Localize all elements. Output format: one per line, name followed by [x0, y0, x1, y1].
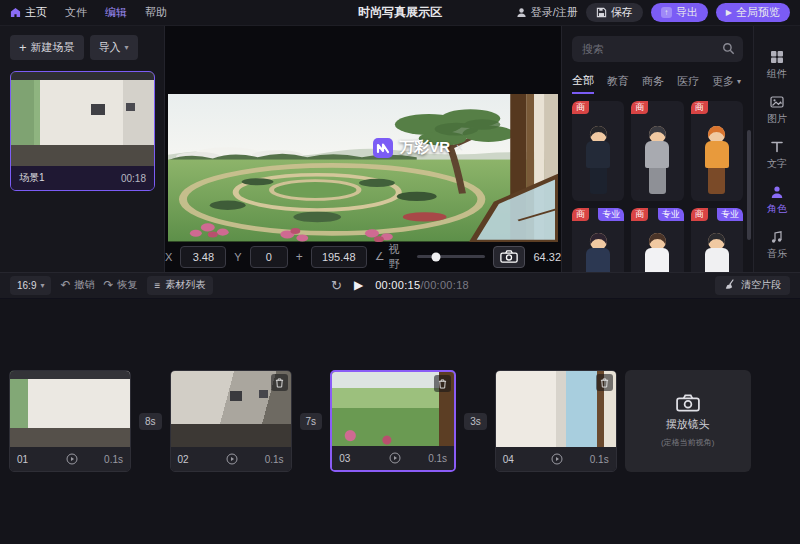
search-input[interactable]: [572, 36, 743, 62]
clip-number: 01: [17, 454, 39, 465]
timeline-clip-04[interactable]: 04 0.1s: [495, 370, 617, 472]
delete-clip-button[interactable]: [596, 374, 613, 391]
menu-edit[interactable]: 编辑: [105, 5, 127, 20]
project-title: 时尚写真展示区: [358, 4, 442, 21]
pro-badge: 专业: [658, 208, 684, 221]
clip-play-icon[interactable]: [551, 453, 563, 465]
x-input[interactable]: [180, 246, 226, 268]
tab-medical[interactable]: 医疗: [677, 74, 699, 93]
clear-clips-button[interactable]: 清空片段: [715, 276, 790, 295]
place-camera-card[interactable]: 摆放镜头 (定格当前视角): [625, 370, 751, 472]
toolbar-item-images[interactable]: 图片: [767, 95, 787, 126]
menu-file[interactable]: 文件: [65, 5, 87, 20]
scene-duration: 00:18: [121, 173, 146, 184]
clip-duration: 0.1s: [104, 454, 123, 465]
play-button[interactable]: ▶: [354, 278, 363, 292]
login-button[interactable]: 登录/注册: [516, 5, 578, 20]
clip-number: 03: [339, 453, 361, 464]
undo-icon: ↶: [60, 279, 70, 291]
character-icon: [770, 185, 784, 199]
trash-icon: [275, 378, 284, 388]
clip-footer: 04 0.1s: [496, 447, 616, 471]
toolbar-item-text[interactable]: 文字: [767, 140, 787, 171]
tab-education[interactable]: 教育: [607, 74, 629, 93]
clip-play-icon[interactable]: [226, 453, 238, 465]
rotation-icon: +: [296, 250, 303, 264]
place-camera-title: 摆放镜头: [666, 417, 710, 432]
scene-thumbnail: [11, 72, 154, 166]
user-icon: [516, 7, 527, 18]
music-icon: [770, 230, 784, 244]
material-list-button[interactable]: ≡ 素材列表: [147, 276, 214, 295]
clip-play-icon[interactable]: [389, 452, 401, 464]
tab-all[interactable]: 全部: [572, 73, 594, 94]
loop-icon[interactable]: ↻: [331, 278, 342, 293]
new-scene-button[interactable]: + 新建场景: [10, 35, 84, 60]
delete-clip-button[interactable]: [271, 374, 288, 391]
transition-chip[interactable]: 8s: [139, 413, 162, 430]
character-card[interactable]: 商 专业: [631, 208, 683, 272]
timeline-track: 01 0.1s 8s 02 0.1s 7s 03 0.1s 3: [0, 299, 800, 544]
home-icon: [10, 7, 21, 18]
scrollbar[interactable]: [747, 130, 751, 240]
character-grid: 商 商 商 商 专业 商 专业: [572, 101, 743, 272]
fov-slider-thumb[interactable]: [431, 252, 440, 261]
clip-play-icon[interactable]: [66, 453, 78, 465]
character-card[interactable]: 商 专业: [572, 208, 624, 272]
character-figure: [645, 233, 669, 272]
clip-duration: 0.1s: [428, 453, 447, 464]
timeline-clip-01[interactable]: 01 0.1s: [9, 370, 131, 472]
character-card[interactable]: 商: [572, 101, 624, 201]
image-icon: [770, 95, 784, 109]
character-card[interactable]: 商: [691, 101, 743, 201]
scene-name: 场景1: [19, 171, 45, 185]
y-input[interactable]: [250, 246, 288, 268]
preview-canvas[interactable]: 万彩VR ×: [168, 94, 558, 242]
global-preview-button[interactable]: ▶ 全局预览: [716, 3, 790, 22]
transition-chip[interactable]: 3s: [464, 413, 487, 430]
delete-clip-button[interactable]: [434, 375, 451, 392]
rotation-input[interactable]: [311, 246, 367, 268]
components-icon: [770, 50, 784, 64]
scene-card[interactable]: 场景1 00:18: [10, 71, 155, 191]
export-button[interactable]: ↑ 导出: [651, 3, 708, 22]
clip-duration: 0.1s: [265, 454, 284, 465]
topbar-actions: 登录/注册 保存 ↑ 导出 ▶ 全局预览: [516, 3, 790, 22]
fov-label-group: ∠ 视野: [375, 242, 409, 272]
app-window: 主页 文件 编辑 帮助 时尚写真展示区 登录/注册 保存 ↑ 导出 ▶ 全局预览: [0, 0, 800, 544]
clip-footer: 01 0.1s: [10, 447, 130, 471]
timeline-clip-02[interactable]: 02 0.1s: [170, 370, 292, 472]
place-camera-subtitle: (定格当前视角): [661, 437, 714, 448]
menu-help[interactable]: 帮助: [145, 5, 167, 20]
watermark: 万彩VR ×: [373, 138, 463, 158]
toolbar-item-characters[interactable]: 角色: [767, 185, 787, 216]
character-card[interactable]: 商 专业: [691, 208, 743, 272]
clip-number: 04: [503, 454, 525, 465]
transition-chip[interactable]: 7s: [300, 413, 323, 430]
pro-badge: 专业: [717, 208, 743, 221]
undo-button[interactable]: ↶ 撤销: [60, 278, 94, 292]
tab-business[interactable]: 商务: [642, 74, 664, 93]
character-card[interactable]: 商: [631, 101, 683, 201]
main-area: + 新建场景 导入 ▾ 场景1 00:18: [0, 26, 800, 272]
clip-footer: 03 0.1s: [332, 446, 454, 470]
import-button[interactable]: 导入 ▾: [90, 35, 138, 60]
right-toolbar: 组件 图片 文字 角色 音乐 背景: [753, 26, 800, 272]
timeline-clip-03[interactable]: 03 0.1s: [330, 370, 456, 472]
toolbar-item-components[interactable]: 组件: [767, 50, 787, 81]
watermark-text: 万彩VR: [399, 138, 450, 157]
menu-home[interactable]: 主页: [10, 5, 47, 20]
fov-slider[interactable]: [417, 255, 485, 258]
playback-controls: ↻ ▶ 00:00:15/00:00:18: [331, 278, 469, 293]
camera-icon: [500, 250, 518, 263]
trash-icon: [600, 378, 609, 388]
camera-capture-button[interactable]: [493, 246, 525, 268]
category-tabs: 全部 教育 商务 医疗 更多 ▾: [572, 72, 743, 94]
watermark-close-icon[interactable]: ×: [456, 141, 463, 155]
save-button[interactable]: 保存: [586, 3, 643, 22]
redo-button[interactable]: ↷ 恢复: [104, 278, 138, 292]
camera-controls: X Y + ∠ 视野 64.32: [165, 242, 561, 272]
aspect-ratio-button[interactable]: 16:9 ▾: [10, 276, 51, 295]
toolbar-item-music[interactable]: 音乐: [767, 230, 787, 261]
tab-more[interactable]: 更多 ▾: [712, 74, 741, 93]
